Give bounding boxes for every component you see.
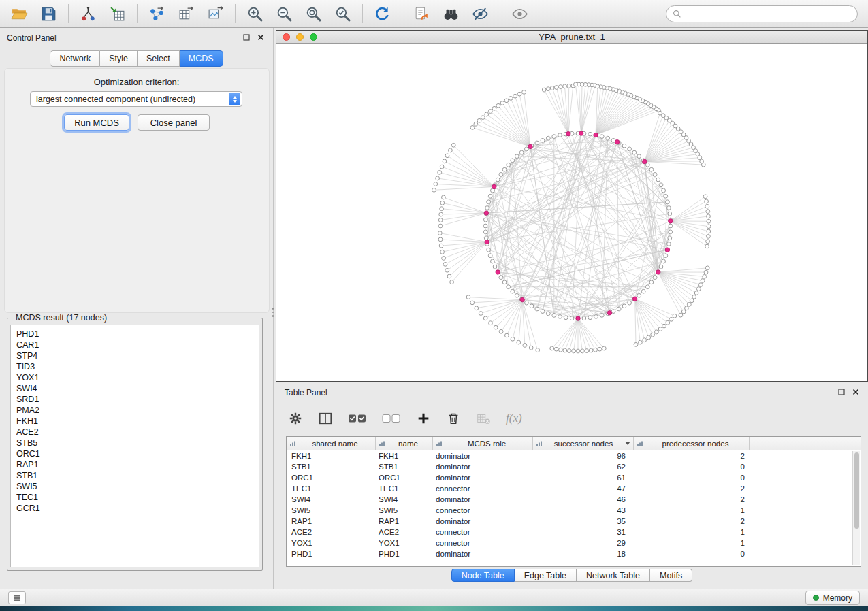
- table-row[interactable]: YOX1YOX1connector291: [287, 538, 861, 548]
- mcds-result-item[interactable]: ACE2: [16, 427, 259, 437]
- mcds-result-item[interactable]: TID3: [16, 361, 259, 372]
- export-network-icon[interactable]: [148, 5, 166, 23]
- import-network-icon[interactable]: [79, 5, 97, 23]
- column-header-successor-nodes[interactable]: successor nodes: [533, 437, 634, 450]
- tab-network-table[interactable]: Network Table: [577, 569, 650, 582]
- delete-column-icon[interactable]: [446, 410, 461, 427]
- tab-mcds[interactable]: MCDS: [180, 50, 223, 67]
- mcds-result-item[interactable]: TEC1: [16, 492, 259, 503]
- export-image-icon[interactable]: [206, 5, 225, 23]
- mcds-result-item[interactable]: YOX1: [16, 372, 259, 383]
- mcds-result-item[interactable]: PHD1: [16, 329, 259, 340]
- cell-shared-name: ACE2: [287, 528, 376, 536]
- show-eye-icon[interactable]: [511, 5, 529, 23]
- column-header-predecessor-nodes[interactable]: predecessor nodes: [634, 437, 750, 450]
- float-panel-icon[interactable]: [242, 33, 251, 42]
- zoom-fit-icon[interactable]: [304, 5, 323, 23]
- cell-mcds-role: dominator: [433, 452, 533, 460]
- export-table-icon[interactable]: [177, 5, 195, 23]
- table-row[interactable]: ACE2ACE2connector311: [287, 527, 861, 538]
- tab-motifs[interactable]: Motifs: [650, 569, 692, 582]
- tab-style[interactable]: Style: [100, 50, 138, 67]
- search-field[interactable]: [666, 5, 858, 22]
- table-settings-gear-icon[interactable]: [288, 410, 303, 427]
- cell-predecessor-nodes: 2: [634, 484, 750, 493]
- cell-successor-nodes: 61: [533, 474, 634, 482]
- mcds-result-item[interactable]: SWI5: [16, 481, 259, 492]
- mcds-result-item[interactable]: SRD1: [16, 394, 259, 405]
- tab-node-table[interactable]: Node Table: [451, 569, 515, 582]
- panel-splitter-handle[interactable]: [271, 303, 275, 321]
- network-graph[interactable]: [276, 44, 867, 381]
- search-input[interactable]: [685, 8, 851, 19]
- node-table[interactable]: shared namenameMCDS rolesuccessor nodesp…: [286, 436, 861, 567]
- cell-name: FKH1: [376, 452, 433, 460]
- mcds-result-item[interactable]: CAR1: [16, 340, 259, 350]
- column-header-shared-name[interactable]: shared name: [287, 437, 376, 450]
- float-panel-icon[interactable]: [837, 388, 846, 396]
- table-row[interactable]: STB1STB1dominator620: [287, 461, 861, 472]
- cell-shared-name: ORC1: [287, 474, 376, 482]
- close-panel-button[interactable]: Close panel: [138, 114, 210, 131]
- save-icon[interactable]: [39, 5, 58, 23]
- scrollbar-thumb[interactable]: [854, 452, 859, 529]
- mcds-result-item[interactable]: STP4: [16, 350, 259, 361]
- column-header-name[interactable]: name: [376, 437, 433, 450]
- tab-select[interactable]: Select: [138, 50, 180, 67]
- maximize-window-button[interactable]: [310, 33, 317, 41]
- cell-predecessor-nodes: 0: [634, 474, 750, 482]
- table-row[interactable]: SWI4SWI4dominator462: [287, 494, 861, 505]
- open-file-icon[interactable]: [10, 5, 29, 23]
- network-canvas[interactable]: [276, 44, 867, 381]
- mcds-result-item[interactable]: GCR1: [16, 503, 259, 514]
- function-builder-icon[interactable]: f(x): [506, 412, 522, 425]
- search-binoculars-icon[interactable]: [442, 5, 460, 23]
- mcds-result-item[interactable]: RAP1: [16, 459, 259, 470]
- mcds-result-item[interactable]: SWI4: [16, 383, 259, 394]
- network-window-titlebar[interactable]: YPA_prune.txt_1: [276, 31, 867, 44]
- deselect-all-columns-icon[interactable]: [382, 410, 401, 427]
- show-columns-icon[interactable]: [318, 410, 333, 427]
- tab-network[interactable]: Network: [50, 50, 100, 67]
- mcds-result-item[interactable]: STB1: [16, 470, 259, 481]
- import-table-icon[interactable]: [108, 5, 127, 23]
- control-panel: Control Panel NetworkStyleSelectMCDS Opt…: [0, 28, 274, 589]
- minimize-window-button[interactable]: [296, 33, 304, 41]
- close-panel-icon[interactable]: [257, 33, 265, 42]
- share-document-icon[interactable]: [413, 5, 431, 23]
- zoom-out-icon[interactable]: [275, 5, 293, 23]
- mcds-result-item[interactable]: STB5: [16, 437, 259, 448]
- cell-name: YOX1: [376, 539, 433, 547]
- optimization-criterion-dropdown[interactable]: largest connected component (undirected): [30, 91, 242, 107]
- run-mcds-button[interactable]: Run MCDS: [64, 114, 129, 131]
- add-column-icon[interactable]: [416, 410, 431, 427]
- cell-shared-name: PHD1: [287, 550, 376, 558]
- cell-successor-nodes: 47: [533, 484, 634, 493]
- table-row[interactable]: ORC1ORC1dominator610: [287, 472, 861, 483]
- mcds-result-item[interactable]: FKH1: [16, 416, 259, 427]
- hide-selected-icon[interactable]: [471, 5, 489, 23]
- mcds-result-item[interactable]: PMA2: [16, 405, 259, 416]
- table-row[interactable]: PHD1PHD1dominator180: [287, 548, 861, 559]
- status-menu-button[interactable]: [8, 591, 26, 604]
- column-label: successor nodes: [544, 440, 623, 448]
- desktop-wallpaper-strip: [0, 606, 868, 611]
- table-row[interactable]: TEC1TEC1connector472: [287, 483, 861, 494]
- close-window-button[interactable]: [283, 33, 290, 41]
- mcds-result-list[interactable]: PHD1CAR1STP4TID3YOX1SWI4SRD1PMA2FKH1ACE2…: [10, 325, 259, 567]
- memory-button[interactable]: Memory: [805, 591, 860, 605]
- sort-chevron-icon[interactable]: [625, 442, 630, 445]
- table-row[interactable]: FKH1FKH1dominator962: [287, 450, 861, 461]
- refresh-layout-icon[interactable]: [373, 5, 391, 23]
- close-panel-icon[interactable]: [852, 388, 860, 396]
- zoom-in-icon[interactable]: [246, 5, 264, 23]
- cell-predecessor-nodes: 1: [634, 506, 750, 514]
- zoom-selected-icon[interactable]: [334, 5, 352, 23]
- table-row[interactable]: SWI5SWI5connector431: [287, 505, 861, 516]
- mcds-result-item[interactable]: ORC1: [16, 448, 259, 459]
- table-scrollbar[interactable]: [852, 451, 860, 565]
- tab-edge-table[interactable]: Edge Table: [515, 569, 577, 582]
- select-all-columns-icon[interactable]: [348, 410, 367, 427]
- column-header-mcds-role[interactable]: MCDS role: [433, 437, 533, 450]
- table-row[interactable]: RAP1RAP1dominator352: [287, 516, 861, 527]
